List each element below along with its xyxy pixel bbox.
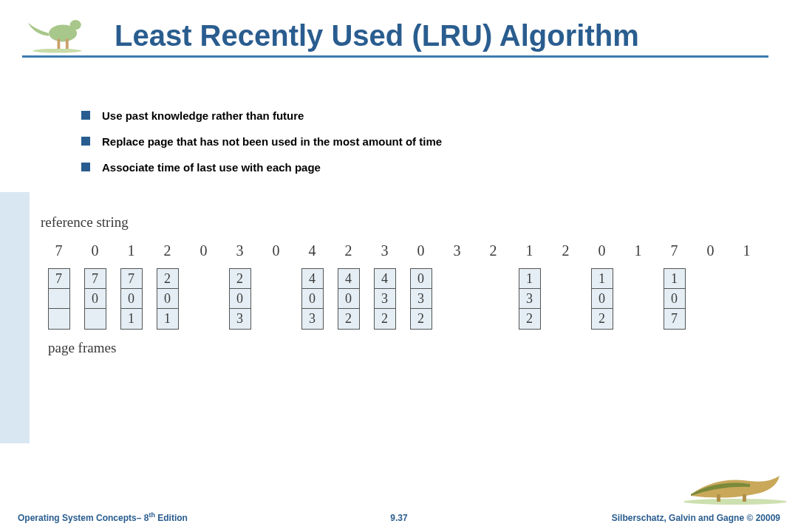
frame-slot: 0 xyxy=(338,289,359,309)
bullet-item: Associate time of last use with each pag… xyxy=(81,161,768,174)
bullet-item: Use past knowledge rather than future xyxy=(81,109,768,122)
frame-column: 102 xyxy=(584,268,620,330)
reference-value: 2 xyxy=(475,242,511,259)
footer-page-number: 9.37 xyxy=(272,513,526,523)
reference-string-row: 70120304230321201701 xyxy=(41,242,783,259)
frame-slot: 0 xyxy=(302,289,323,309)
page-frames-label: page frames xyxy=(48,340,783,356)
frame-stack: 701 xyxy=(120,268,143,330)
reference-value: 4 xyxy=(294,242,330,259)
frame-column: 70 xyxy=(77,268,113,330)
bullet-item: Replace page that has not been used in t… xyxy=(81,135,768,148)
reference-value: 3 xyxy=(222,242,258,259)
frame-slot: 4 xyxy=(375,269,395,289)
frame-slot: 7 xyxy=(121,269,142,289)
frame-column xyxy=(548,268,584,330)
frame-slot: 1 xyxy=(121,309,142,329)
frame-stack: 102 xyxy=(591,268,613,330)
reference-value: 1 xyxy=(511,242,548,259)
frame-slot xyxy=(85,309,106,329)
reference-value: 1 xyxy=(729,242,765,259)
frame-stack: 201 xyxy=(157,268,179,330)
frame-column: 432 xyxy=(366,268,403,330)
frame-column xyxy=(439,268,475,330)
reference-value: 0 xyxy=(185,242,222,259)
reference-value: 2 xyxy=(548,242,584,259)
svg-rect-2 xyxy=(58,39,61,50)
reference-value: 0 xyxy=(77,242,113,259)
reference-value: 1 xyxy=(113,242,149,259)
frame-stack: 203 xyxy=(229,268,251,330)
frame-slot: 3 xyxy=(302,309,323,329)
reference-value: 1 xyxy=(620,242,656,259)
frame-column xyxy=(475,268,511,330)
frame-slot: 3 xyxy=(411,289,432,309)
frame-stack: 107 xyxy=(664,268,686,330)
frame-slot: 0 xyxy=(411,269,432,289)
frame-slot: 2 xyxy=(411,309,432,329)
frame-slot: 1 xyxy=(519,269,540,289)
frame-slot: 2 xyxy=(519,309,540,329)
decorative-sidebar xyxy=(0,192,30,443)
frame-column xyxy=(620,268,656,330)
frame-column: 402 xyxy=(330,268,366,330)
frame-slot xyxy=(49,309,69,329)
lru-diagram: reference string 70120304230321201701 77… xyxy=(41,214,783,356)
reference-value: 2 xyxy=(330,242,366,259)
frame-column xyxy=(185,268,222,330)
frame-stack: 432 xyxy=(374,268,396,330)
frame-slot: 0 xyxy=(85,289,106,309)
reference-value: 7 xyxy=(656,242,692,259)
dinosaur-icon xyxy=(22,11,92,55)
frame-slot: 2 xyxy=(230,269,250,289)
frame-slot: 0 xyxy=(230,289,250,309)
frame-slot: 2 xyxy=(338,309,359,329)
frame-column: 203 xyxy=(222,268,258,330)
page-frames-row: 770701201203403402432032132102107 xyxy=(41,268,783,330)
frame-slot: 2 xyxy=(157,269,178,289)
frame-column: 701 xyxy=(113,268,149,330)
frame-column: 7 xyxy=(41,268,77,330)
footer-copyright: Silberschatz, Galvin and Gagne © 20009 xyxy=(526,513,780,523)
frame-stack: 70 xyxy=(84,268,106,330)
footer-edition-suffix: Edition xyxy=(155,513,188,523)
frame-slot: 0 xyxy=(121,289,142,309)
bullet-list: Use past knowledge rather than future Re… xyxy=(81,109,768,174)
frame-slot: 0 xyxy=(664,289,685,309)
frame-slot: 4 xyxy=(302,269,323,289)
frame-slot: 2 xyxy=(375,309,395,329)
frame-slot: 7 xyxy=(85,269,106,289)
footer-edition-sup: th xyxy=(149,511,155,519)
reference-value: 0 xyxy=(403,242,439,259)
frame-column: 403 xyxy=(294,268,330,330)
frame-slot: 1 xyxy=(664,269,685,289)
svg-point-4 xyxy=(33,49,82,53)
frame-column xyxy=(258,268,294,330)
frame-stack: 402 xyxy=(338,268,360,330)
slide-footer: Operating System Concepts– 8th Edition 9… xyxy=(0,499,798,532)
frame-slot: 1 xyxy=(592,269,613,289)
frame-slot: 2 xyxy=(592,309,613,329)
frame-column: 032 xyxy=(403,268,439,330)
frame-slot: 3 xyxy=(375,289,395,309)
svg-point-1 xyxy=(70,20,81,30)
frame-slot xyxy=(49,289,69,309)
title-row: Least Recently Used (LRU) Algorithm xyxy=(0,0,798,55)
reference-value: 2 xyxy=(149,242,185,259)
reference-string-label: reference string xyxy=(41,214,783,231)
frame-column: 107 xyxy=(656,268,692,330)
svg-rect-3 xyxy=(66,39,69,50)
frame-slot: 4 xyxy=(338,269,359,289)
footer-left: Operating System Concepts– 8th Edition xyxy=(18,511,272,523)
reference-value: 0 xyxy=(584,242,620,259)
frame-slot: 0 xyxy=(157,289,178,309)
frame-slot: 3 xyxy=(519,289,540,309)
slide-title: Least Recently Used (LRU) Algorithm xyxy=(115,19,639,55)
frame-column: 201 xyxy=(149,268,185,330)
frame-stack: 132 xyxy=(519,268,541,330)
frame-slot: 7 xyxy=(49,269,69,289)
frame-stack: 032 xyxy=(410,268,432,330)
footer-book-title: Operating System Concepts– 8 xyxy=(18,513,149,523)
reference-value: 3 xyxy=(366,242,403,259)
frame-column xyxy=(729,268,765,330)
